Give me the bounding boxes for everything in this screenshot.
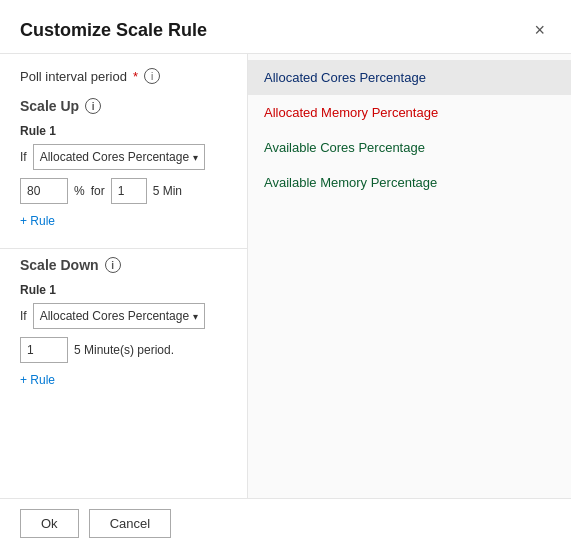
scale-up-value-input[interactable] (20, 178, 68, 204)
scale-up-rule1-label: Rule 1 (20, 124, 227, 138)
scale-down-period-text: 5 Minute(s) period. (74, 343, 174, 357)
scale-down-section: Scale Down i Rule 1 If Allocated Cores P… (0, 257, 247, 399)
poll-interval-label: Poll interval period (20, 69, 127, 84)
scale-up-value-row: % for 5 Min (20, 178, 227, 204)
scale-down-if-row: If Allocated Cores Percentage ▾ (20, 303, 227, 329)
dropdown-item-available-memory[interactable]: Available Memory Percentage (248, 165, 571, 200)
left-panel: Poll interval period * i Scale Up i Rule… (0, 54, 248, 498)
dropdown-item-allocated-cores[interactable]: Allocated Cores Percentage (248, 60, 571, 95)
scale-up-title: Scale Up i (20, 98, 227, 114)
close-button[interactable]: × (528, 18, 551, 43)
scale-up-if-text: If (20, 150, 27, 164)
scale-down-title: Scale Down i (20, 257, 227, 273)
dropdown-item-allocated-memory[interactable]: Allocated Memory Percentage (248, 95, 571, 130)
scale-up-time-unit: 5 Min (153, 184, 182, 198)
metric-dropdown-list: Allocated Cores Percentage Allocated Mem… (248, 54, 571, 206)
scale-up-metric-value: Allocated Cores Percentage (40, 150, 189, 164)
scale-up-if-row: If Allocated Cores Percentage ▾ (20, 144, 227, 170)
scale-down-rule1-label: Rule 1 (20, 283, 227, 297)
scale-down-if-text: If (20, 309, 27, 323)
scale-down-info-icon[interactable]: i (105, 257, 121, 273)
dropdown-item-available-cores[interactable]: Available Cores Percentage (248, 130, 571, 165)
scale-down-add-rule-button[interactable]: + Rule (20, 371, 55, 389)
scale-up-for-label: for (91, 184, 105, 198)
dialog-body: Poll interval period * i Scale Up i Rule… (0, 54, 571, 498)
required-star: * (133, 69, 138, 84)
right-panel: Allocated Cores Percentage Allocated Mem… (248, 54, 571, 498)
dialog-footer: Ok Cancel (0, 498, 571, 548)
scale-up-dropdown-chevron: ▾ (193, 152, 198, 163)
scale-down-value-input[interactable] (20, 337, 68, 363)
scale-down-value-row: 5 Minute(s) period. (20, 337, 227, 363)
scale-up-time-input[interactable] (111, 178, 147, 204)
customize-scale-rule-dialog: Customize Scale Rule × Poll interval per… (0, 0, 571, 548)
scale-up-percent-label: % (74, 184, 85, 198)
scale-down-metric-value: Allocated Cores Percentage (40, 309, 189, 323)
scale-down-metric-dropdown[interactable]: Allocated Cores Percentage ▾ (33, 303, 205, 329)
dialog-title: Customize Scale Rule (20, 20, 207, 41)
scale-down-dropdown-chevron: ▾ (193, 311, 198, 322)
poll-interval-row: Poll interval period * i (0, 68, 247, 98)
dialog-header: Customize Scale Rule × (0, 0, 571, 54)
scale-up-section: Scale Up i Rule 1 If Allocated Cores Per… (0, 98, 247, 240)
scale-up-info-icon[interactable]: i (85, 98, 101, 114)
poll-interval-info-icon[interactable]: i (144, 68, 160, 84)
section-divider (0, 248, 247, 249)
scale-up-add-rule-button[interactable]: + Rule (20, 212, 55, 230)
ok-button[interactable]: Ok (20, 509, 79, 538)
scale-up-metric-dropdown[interactable]: Allocated Cores Percentage ▾ (33, 144, 205, 170)
cancel-button[interactable]: Cancel (89, 509, 171, 538)
